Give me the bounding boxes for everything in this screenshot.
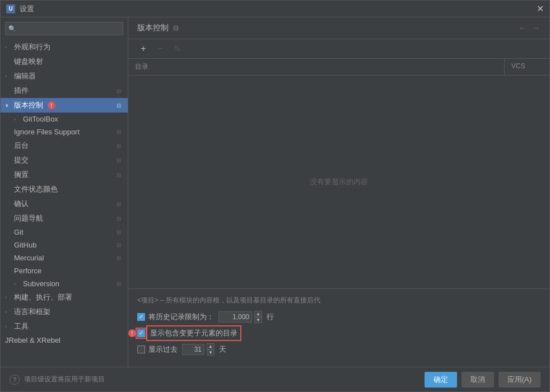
settings-icon: ⊟ [116,88,121,94]
chevron-right-icon: › [5,309,12,315]
spinner-up-button[interactable]: ▲ [254,311,262,317]
settings-icon: ⊟ [116,281,121,287]
settings-icon: ⊟ [116,157,121,164]
sidebar-item-label: 插件 [14,86,29,96]
confirm-button[interactable]: 确定 [425,372,457,388]
table-empty-message: 没有要显示的内容 [128,76,549,288]
option-row-show-past: 显示过去 ▲ ▼ 天 [137,343,540,356]
sidebar-item-perforce[interactable]: Perforce [1,264,128,277]
hint-text: <项目> – 所有模块的内容根，以及项目基目录的所有直接后代 [137,296,540,305]
sidebar-item-backend[interactable]: 后台 ⊟ [1,138,128,153]
chevron-right-icon: › [5,324,12,329]
past-days-suffix: 天 [219,344,226,354]
spinner-up-button-past[interactable]: ▲ [207,343,215,349]
settings-icon: ⊟ [116,172,121,178]
sidebar-item-mercurial[interactable]: Mercurial ⊟ [1,251,128,264]
panel-nav: ← → [518,23,540,33]
panel-title: 版本控制 ⊟ [137,23,179,33]
sidebar-item-git[interactable]: Git ⊟ [1,226,128,239]
sidebar-item-label: 工具 [14,321,29,332]
panel-title-text: 版本控制 [137,23,169,33]
sidebar-item-build[interactable]: › 构建、执行、部署 [1,290,128,305]
sidebar-item-editor[interactable]: › 编辑器 [1,69,128,83]
spinner-down-button[interactable]: ▼ [254,317,262,323]
checkbox-show-past-box[interactable] [137,346,145,353]
past-days-input[interactable] [182,344,204,355]
search-input[interactable] [5,22,123,35]
sidebar-item-label: 构建、执行、部署 [14,292,72,302]
sidebar-item-label: 问题导航 [14,213,43,223]
sidebar-item-label: Mercurial [14,254,44,262]
sidebar-item-label: 确认 [14,199,29,209]
settings-icon: ⊟ [116,229,121,235]
sidebar-item-gittoolbox[interactable]: › GitToolBox [1,113,128,125]
sidebar-item-subversion[interactable]: › Subversion ⊟ [1,277,128,290]
sidebar-item-keymap[interactable]: 键盘映射 [1,54,128,69]
chevron-right-icon: › [5,295,12,300]
footer: ? 项目级设置将应用于新项目 确定 取消 应用(A) [1,367,549,391]
apply-button[interactable]: 应用(A) [498,372,540,388]
help-icon[interactable]: ? [10,375,20,385]
sidebar-item-commit[interactable]: 提交 ⊟ [1,153,128,167]
chevron-right-icon: › [14,281,21,287]
col-dir-header: 目录 [128,59,505,75]
sidebar-item-label: GitHub [14,241,36,249]
sidebar-item-jrebel[interactable]: JRebel & XRebel [1,334,128,347]
chevron-right-icon: › [5,44,12,50]
sidebar-item-appearance[interactable]: › 外观和行为 [1,40,128,54]
remove-button[interactable]: − [154,43,166,55]
toolbar: + − ✎ [128,39,549,59]
add-button[interactable]: + [137,43,150,55]
spinner-down-button-past[interactable]: ▼ [207,349,215,356]
settings-icon: ⊟ [116,102,121,109]
table-header: 目录 VCS [128,59,549,76]
sidebar-item-label: 编辑器 [14,71,36,81]
warning-icon-dirs: ! [128,329,136,337]
checkbox-show-changed-dirs[interactable]: 显示包含变更子元素的目录 [137,328,239,339]
sidebar-item-label: Git [14,228,24,236]
settings-icon: ⊟ [116,242,121,248]
nav-forward-button[interactable]: → [532,23,540,33]
sidebar-item-label: Subversion [23,279,59,288]
sidebar-item-label: 键盘映射 [14,57,43,67]
checkbox-limit-history[interactable]: 将历史记录限制为： [137,312,214,322]
checkbox-limit-history-box[interactable] [137,313,145,321]
sidebar-item-label: Ignore Files Support [14,128,80,136]
checkbox-show-changed-dirs-box[interactable] [137,329,145,337]
sidebar-item-shelve[interactable]: 搁置 ⊟ [1,167,128,182]
checkbox-show-changed-dirs-label: 显示包含变更子元素的目录 [148,328,239,339]
sidebar-item-file-status-color[interactable]: 文件状态颜色 [1,182,128,197]
history-limit-input[interactable] [218,311,252,323]
checkbox-show-past[interactable]: 显示过去 [137,344,178,354]
sidebar-item-vcs[interactable]: ∨ 版本控制 ! ⊟ [1,98,128,113]
settings-icon: ⊟ [116,129,121,135]
sidebar-item-issue-nav[interactable]: 问题导航 ⊟ [1,211,128,226]
cancel-button[interactable]: 取消 [462,372,494,388]
close-button[interactable]: ✕ [537,4,544,13]
past-days-spinner: ▲ ▼ [207,343,215,356]
search-icon: 🔍 [8,25,16,32]
nav-back-button[interactable]: ← [518,23,527,33]
panel-header: 版本控制 ⊟ ← → [128,17,549,39]
sidebar-item-confirm[interactable]: 确认 ⊟ [1,197,128,211]
settings-icon: ⊟ [116,255,121,261]
number-input-wrap-history: ▲ ▼ [218,311,262,323]
app-icon: U [6,4,15,13]
search-box: 🔍 [5,22,123,35]
title-bar: U 设置 ✕ [1,1,549,17]
sidebar-item-label: 后台 [14,141,29,151]
option-row-limit-history: 将历史记录限制为： ▲ ▼ 行 [137,311,540,323]
col-vcs-header: VCS [505,59,549,75]
sidebar-item-label: 文件状态颜色 [14,184,58,194]
sidebar-item-tools[interactable]: › 工具 [1,319,128,334]
right-panel: 版本控制 ⊟ ← → + − ✎ 目录 VCS [128,17,549,367]
settings-icon: ⊟ [116,216,121,222]
history-limit-spinner: ▲ ▼ [254,311,262,323]
sidebar-item-lang[interactable]: › 语言和框架 [1,305,128,319]
sidebar-item-plugins[interactable]: 插件 ⊟ [1,83,128,98]
sidebar-item-github[interactable]: GitHub ⊟ [1,239,128,251]
sidebar-item-label: 版本控制 [14,100,43,110]
sidebar-item-ignore-files[interactable]: Ignore Files Support ⊟ [1,125,128,138]
sidebar-item-label: 搁置 [14,170,29,180]
edit-button[interactable]: ✎ [171,43,183,55]
